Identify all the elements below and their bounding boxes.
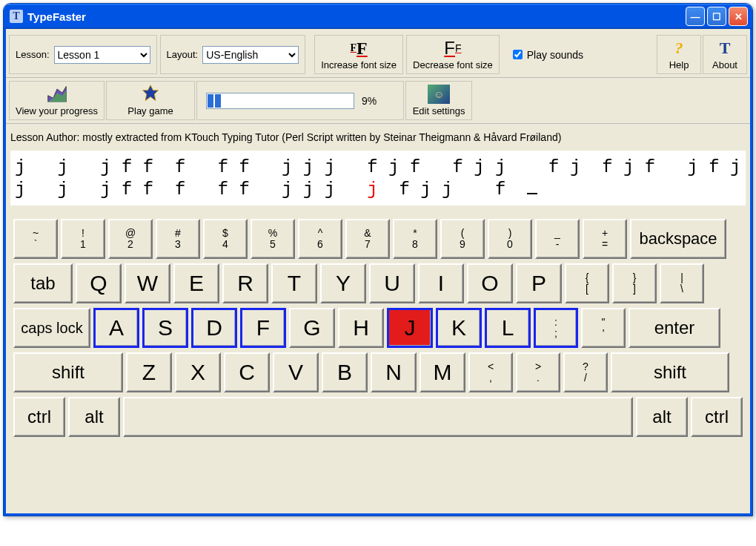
key-t[interactable]: T — [271, 263, 317, 303]
key-capslock[interactable]: caps lock — [13, 308, 90, 348]
typing-area[interactable]: j j j f f f f f j j j f j f f j j f j f … — [10, 151, 746, 205]
key-5[interactable]: %5 — [251, 219, 295, 259]
key-\[interactable]: |\ — [660, 263, 704, 303]
about-icon: T — [720, 39, 731, 58]
key-e[interactable]: E — [173, 263, 219, 303]
key-tab[interactable]: tab — [13, 263, 73, 303]
help-icon: ? — [675, 39, 683, 58]
key-.[interactable]: >. — [516, 352, 560, 392]
key-[[interactable]: {[ — [565, 263, 609, 303]
chart-icon — [47, 85, 67, 104]
decrease-font-icon: FF — [444, 39, 461, 58]
key-enter[interactable]: enter — [629, 308, 720, 348]
text-cursor — [527, 193, 537, 194]
key-c[interactable]: C — [224, 352, 270, 392]
about-button[interactable]: T About — [703, 35, 747, 74]
maximize-button[interactable]: ☐ — [707, 7, 726, 26]
minimize-button[interactable]: — — [686, 7, 705, 26]
decrease-font-button[interactable]: FF Decrease font size — [406, 35, 500, 74]
main-toolbar: Lesson: Lesson 1 Layout: US-English FF I… — [6, 29, 750, 78]
key--[interactable]: _- — [535, 219, 580, 259]
key-3[interactable]: #3 — [156, 219, 200, 259]
lesson-dropdown[interactable]: Lesson 1 — [54, 46, 150, 64]
key-x[interactable]: X — [175, 352, 221, 392]
close-button[interactable]: ✕ — [729, 7, 748, 26]
key-a[interactable]: A — [93, 308, 139, 348]
key-2[interactable]: @2 — [108, 219, 153, 259]
key-p[interactable]: P — [516, 263, 562, 303]
key-9[interactable]: (9 — [440, 219, 485, 259]
svg-marker-0 — [143, 85, 159, 101]
key-space[interactable] — [123, 397, 633, 437]
window-title: TypeFaster — [27, 10, 86, 23]
key-m[interactable]: M — [420, 352, 465, 392]
key-backspace[interactable]: backspace — [630, 219, 726, 259]
game-icon — [140, 85, 161, 104]
key-ctrl-left[interactable]: ctrl — [13, 397, 65, 437]
app-icon: T — [10, 10, 23, 23]
play-sounds-label: Play sounds — [527, 49, 583, 61]
play-sounds-checkbox[interactable] — [513, 50, 523, 59]
key-z[interactable]: Z — [126, 352, 172, 392]
key-u[interactable]: U — [369, 263, 415, 303]
progress-group: 9% — [196, 81, 404, 120]
title-bar: T TypeFaster — ☐ ✕ — [4, 4, 752, 29]
key-i[interactable]: I — [418, 263, 464, 303]
key-=[interactable]: += — [583, 219, 627, 259]
key-'[interactable]: "' — [581, 308, 626, 348]
key-n[interactable]: N — [371, 352, 417, 392]
key-s[interactable]: S — [142, 308, 188, 348]
key-8[interactable]: *8 — [393, 219, 437, 259]
key-j[interactable]: J — [387, 308, 433, 348]
key-7[interactable]: &7 — [345, 219, 390, 259]
key-0[interactable]: )0 — [488, 219, 532, 259]
help-button[interactable]: ? Help — [657, 35, 701, 74]
key-shift-left[interactable]: shift — [13, 352, 123, 392]
key-shift-right[interactable]: shift — [611, 352, 729, 392]
key-,[interactable]: <, — [468, 352, 513, 392]
key-l[interactable]: L — [485, 308, 531, 348]
progress-bar — [206, 93, 354, 109]
key-r[interactable]: R — [222, 263, 268, 303]
key-b[interactable]: B — [322, 352, 368, 392]
settings-icon: ☺ — [428, 85, 450, 104]
key-alt-left[interactable]: alt — [68, 397, 120, 437]
key-/[interactable]: ?/ — [563, 352, 608, 392]
key-q[interactable]: Q — [76, 263, 122, 303]
secondary-toolbar: View your progress Play game 9% ☺ Edit s… — [6, 78, 750, 124]
layout-label: Layout: — [167, 49, 199, 60]
increase-font-button[interactable]: FF Increase font size — [314, 35, 403, 74]
layout-dropdown[interactable]: US-English — [202, 46, 299, 64]
onscreen-keyboard: ~`!1@2#3$4%5^6&7*8(9)0_-+=backspace tabQ… — [6, 208, 750, 449]
key-;[interactable]: :; — [534, 308, 578, 348]
key-v[interactable]: V — [273, 352, 319, 392]
lesson-author-text: Lesson Author: mostly extracted from KTo… — [6, 124, 750, 148]
key-w[interactable]: W — [125, 263, 170, 303]
key-k[interactable]: K — [436, 308, 482, 348]
progress-percent: 9% — [362, 95, 377, 107]
key-y[interactable]: Y — [320, 263, 366, 303]
key-4[interactable]: $4 — [203, 219, 248, 259]
play-game-button[interactable]: Play game — [106, 81, 195, 120]
key-alt-right[interactable]: alt — [636, 397, 688, 437]
key-h[interactable]: H — [338, 308, 384, 348]
lesson-selector-group: Lesson: Lesson 1 — [9, 35, 157, 74]
increase-font-icon: FF — [351, 39, 368, 58]
lesson-label: Lesson: — [16, 49, 50, 60]
key-ctrl-right[interactable]: ctrl — [691, 397, 743, 437]
key-`[interactable]: ~` — [13, 219, 58, 259]
key-][interactable]: }] — [612, 263, 657, 303]
key-g[interactable]: G — [289, 308, 335, 348]
layout-selector-group: Layout: US-English — [160, 35, 306, 74]
view-progress-button[interactable]: View your progress — [9, 81, 105, 120]
key-o[interactable]: O — [467, 263, 513, 303]
key-f[interactable]: F — [240, 308, 286, 348]
edit-settings-button[interactable]: ☺ Edit settings — [405, 81, 472, 120]
key-d[interactable]: D — [191, 308, 237, 348]
key-1[interactable]: !1 — [61, 219, 105, 259]
key-6[interactable]: ^6 — [298, 219, 342, 259]
play-sounds-group: Play sounds — [503, 35, 591, 74]
